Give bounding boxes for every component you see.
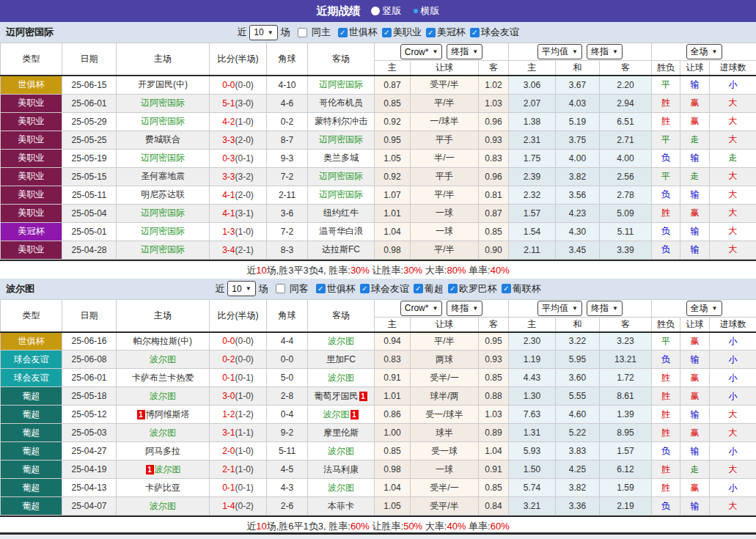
odds-home: 1.04: [375, 222, 411, 241]
avg-home: 5.74: [509, 479, 556, 497]
home-team-name[interactable]: 波尔图: [150, 428, 176, 438]
average-select[interactable]: 平均值▼: [537, 44, 582, 59]
league-美冠杯-checkbox[interactable]: ✓: [426, 28, 436, 37]
odds-handicap: 平/半: [411, 241, 479, 259]
league-美职业-checkbox[interactable]: ✓: [382, 28, 392, 37]
away-team-name[interactable]: 波尔图: [328, 446, 354, 456]
halftime-score: (0-1): [235, 153, 254, 164]
halftime-score: (1-0): [235, 391, 254, 401]
bookmaker-select[interactable]: Crow*▼: [400, 44, 443, 59]
away-team-name[interactable]: 迈阿密国际: [319, 189, 363, 199]
away-team-name[interactable]: 迈阿密国际: [319, 134, 363, 144]
home-team-name[interactable]: 迈阿密国际: [141, 208, 185, 218]
match-type-cell: 葡超: [1, 497, 62, 516]
same-venue-checkbox[interactable]: [298, 28, 307, 37]
home-team-name[interactable]: 迈阿密国际: [141, 226, 185, 236]
home-team-name[interactable]: 波尔图: [155, 464, 181, 474]
league-葡联杯-checkbox[interactable]: ✓: [502, 284, 511, 293]
corner-cell: 4-3: [267, 479, 308, 497]
home-team-name[interactable]: 迈阿密国际: [141, 153, 185, 163]
away-team-name[interactable]: 波尔图: [328, 373, 354, 383]
away-team-cell: 波尔图: [308, 479, 375, 497]
match-count-select[interactable]: 10 ▼: [227, 281, 255, 296]
home-team-cell: 迈阿密国际: [117, 222, 210, 241]
league-球会友谊-checkbox[interactable]: ✓: [470, 28, 480, 37]
match-type-badge: 美冠杯: [1, 223, 62, 241]
league-葡超-checkbox[interactable]: ✓: [414, 284, 423, 293]
radio-horizontal[interactable]: 横版: [414, 4, 440, 18]
home-team-name[interactable]: 波尔图: [150, 354, 176, 364]
sub-col-odds-away: 客: [479, 61, 509, 76]
average-select[interactable]: 平均值▼: [537, 301, 582, 316]
corner-cell: 7-2: [267, 167, 308, 186]
odds-time-select-1[interactable]: 终指▼: [447, 301, 482, 316]
sub-col-result-outcome: 胜负: [652, 317, 680, 332]
home-team-cell: 迈阿密国际: [117, 149, 210, 167]
home-team-name[interactable]: 迈阿密国际: [141, 116, 185, 126]
league-世俱杯-checkbox[interactable]: ✓: [316, 284, 326, 293]
result-handicap: 输: [680, 186, 710, 204]
match-type-badge: 美职业: [1, 205, 62, 222]
away-team-name: 法马利康: [323, 464, 359, 474]
corner-cell: 2-8: [267, 387, 308, 406]
results-table: 类型 日期 主场 比分(半场) 角球 客场 Crow*▼ 终指▼ 平均值: [0, 299, 756, 516]
away-team-name[interactable]: 波尔图: [328, 483, 354, 493]
sub-col-avg-draw: 和: [556, 317, 600, 332]
fulltime-score: 1-2: [222, 409, 235, 419]
league-球会友谊-checkbox[interactable]: ✓: [360, 284, 370, 293]
home-team-name: 帕尔梅拉斯(中): [133, 336, 192, 346]
match-type-badge: 美职业: [1, 150, 62, 167]
result-goals: 小: [710, 387, 756, 406]
odds-time-select-1[interactable]: 终指▼: [447, 44, 482, 59]
summary-segment: 让胜率:: [370, 265, 403, 276]
result-goals: 大: [710, 497, 756, 516]
date-cell: 25-04-19: [62, 461, 117, 479]
result-goals: 大: [710, 167, 756, 186]
score-cell: 0-3(0-1): [210, 149, 267, 167]
league-欧罗巴杯-checkbox[interactable]: ✓: [448, 284, 458, 293]
odds-handicap: 受一球: [411, 442, 479, 461]
odds-time-select-2[interactable]: 终指▼: [587, 301, 623, 316]
odds-away: 0.93: [479, 131, 509, 149]
avg-draw: 3.83: [556, 442, 600, 461]
result-goals: 大: [710, 94, 756, 112]
home-team-cell: 1波尔图: [117, 461, 210, 479]
bookmaker-select[interactable]: Crow*▼: [400, 301, 443, 316]
match-row: 美职业25-05-04迈阿密国际4-1(3-1)3-6纽约红牛1.01一球0.8…: [1, 204, 756, 222]
away-team-name[interactable]: 波尔图: [323, 409, 350, 419]
odds-away: 0.96: [479, 112, 509, 131]
home-team-name[interactable]: 迈阿密国际: [141, 98, 185, 108]
score-cell: 0-1(0-1): [210, 369, 267, 387]
chevron-down-icon: ▼: [572, 48, 578, 55]
home-team-name[interactable]: 波尔图: [150, 501, 176, 511]
summary-segment: 10: [256, 521, 266, 532]
home-team-name[interactable]: 迈阿密国际: [141, 244, 185, 254]
odds-home: 1.01: [375, 204, 411, 222]
away-team-cell: 波尔图: [308, 332, 375, 351]
col-score: 比分(半场): [210, 299, 267, 332]
home-team-cell: 迈阿密国际: [117, 204, 210, 222]
same-venue-checkbox[interactable]: [276, 284, 285, 293]
odds-handicap: 半/一: [411, 149, 479, 167]
fulltime-score: 3-3: [222, 135, 235, 145]
radio-vertical-icon[interactable]: [371, 7, 380, 15]
home-team-name[interactable]: 波尔图: [150, 391, 176, 401]
radio-vertical[interactable]: 竖版: [371, 4, 402, 18]
odds-handicap: 两球: [411, 351, 479, 369]
away-team-name[interactable]: 迈阿密国际: [319, 171, 363, 181]
summary-segment: 30%: [351, 265, 370, 276]
away-team-name[interactable]: 波尔图: [328, 336, 354, 346]
odds-home: 0.85: [375, 442, 411, 461]
score-cell: 4-2(1-0): [210, 112, 267, 131]
sub-col-avg-away: 客: [600, 61, 652, 76]
radio-horizontal-icon[interactable]: [414, 9, 418, 13]
match-count-select[interactable]: 10 ▼: [249, 25, 277, 40]
league-世俱杯-checkbox[interactable]: ✓: [338, 28, 348, 37]
halftime-score: (3-2): [235, 172, 254, 182]
radio-horizontal-label: 横版: [421, 4, 440, 18]
away-team-name[interactable]: 迈阿密国际: [319, 79, 363, 89]
fulltime-select[interactable]: 全场▼: [686, 301, 722, 316]
result-handicap: 走: [680, 167, 710, 186]
odds-time-select-2[interactable]: 终指▼: [587, 44, 623, 59]
fulltime-select[interactable]: 全场▼: [686, 44, 722, 59]
